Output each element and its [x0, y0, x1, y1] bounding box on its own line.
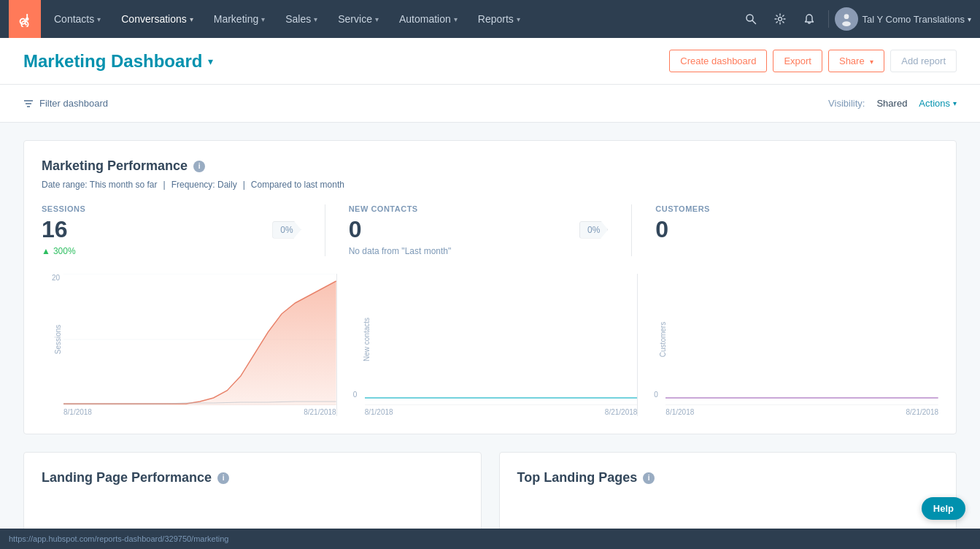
- marketing-performance-card: Marketing Performance i Date range: This…: [23, 140, 957, 434]
- page-title-group: Marketing Dashboard ▾: [23, 51, 213, 72]
- date-range-bar: Date range: This month so far | Frequenc…: [42, 180, 938, 190]
- customers-svg: [665, 274, 938, 405]
- top-landing-info-icon[interactable]: i: [643, 472, 655, 484]
- actions-button[interactable]: Actions ▾: [919, 98, 957, 109]
- sessions-up-arrow-icon: ▲: [42, 246, 50, 256]
- sessions-metric: SESSIONS 16 0% ▲ 300%: [42, 204, 325, 256]
- filter-bar: Filter dashboard Visibility: Shared Acti…: [0, 85, 980, 123]
- sessions-chart: Sessions 20: [42, 274, 336, 416]
- header-actions: Create dashboard Export Share ▾ Add repo…: [669, 50, 957, 72]
- user-avatar: [835, 7, 858, 31]
- page-header: Marketing Dashboard ▾ Create dashboard E…: [0, 38, 980, 85]
- customers-metric: CUSTOMERS 0: [631, 204, 938, 256]
- filter-icon: [23, 99, 34, 109]
- svg-line-2: [752, 20, 756, 24]
- metrics-row: SESSIONS 16 0% ▲ 300% NEW CONTACTS 0 0% …: [42, 204, 938, 256]
- page-title: Marketing Dashboard: [23, 51, 202, 72]
- bottom-row: Landing Page Performance i Top Landing P…: [23, 452, 957, 540]
- notifications-button[interactable]: [796, 6, 822, 32]
- conversations-chevron-icon: ▾: [190, 15, 193, 23]
- sessions-y-axis: 20: [52, 274, 60, 402]
- filter-dashboard-button[interactable]: Filter dashboard: [23, 98, 108, 109]
- nav-divider: [828, 10, 829, 28]
- search-button[interactable]: [738, 6, 764, 32]
- sessions-x-axis: 8/1/2018 8/21/2018: [63, 408, 336, 416]
- create-dashboard-button[interactable]: Create dashboard: [669, 50, 767, 72]
- customers-x-axis: 8/1/2018 8/21/2018: [665, 408, 938, 416]
- landing-page-performance-card: Landing Page Performance i: [23, 452, 482, 540]
- nav-contacts[interactable]: Contacts ▾: [44, 0, 111, 38]
- topnav-icon-group: [738, 6, 822, 32]
- customers-chart: Customers 0 8/1/2018 8/21/2018: [637, 274, 938, 416]
- share-button[interactable]: Share ▾: [828, 50, 884, 72]
- share-chevron-icon: ▾: [870, 58, 873, 66]
- hubspot-logo[interactable]: [9, 0, 41, 38]
- new-contacts-chart: New contacts 0 8/1/2018 8/21/2018: [336, 274, 638, 416]
- charts-row: Sessions 20: [42, 274, 938, 416]
- nav-reports[interactable]: Reports ▾: [468, 0, 530, 38]
- svg-point-5: [842, 21, 851, 26]
- svg-point-4: [844, 14, 849, 19]
- nav-automation[interactable]: Automation ▾: [389, 0, 468, 38]
- card-title-marketing-performance: Marketing Performance i: [42, 158, 938, 174]
- reports-chevron-icon: ▾: [517, 15, 520, 23]
- sessions-svg: [63, 274, 336, 405]
- new-contacts-y-zero: 0: [353, 391, 358, 399]
- nav-marketing[interactable]: Marketing ▾: [204, 0, 275, 38]
- automation-chevron-icon: ▾: [454, 15, 458, 23]
- sales-chevron-icon: ▾: [314, 15, 317, 23]
- service-chevron-icon: ▾: [375, 15, 379, 23]
- dashboard-dropdown-icon[interactable]: ▾: [208, 55, 213, 67]
- export-button[interactable]: Export: [773, 50, 822, 72]
- user-chevron-icon: ▾: [968, 15, 971, 23]
- nav-service[interactable]: Service ▾: [328, 0, 389, 38]
- new-contacts-svg: [365, 274, 638, 405]
- nav-sales[interactable]: Sales ▾: [275, 0, 328, 38]
- top-navigation: Contacts ▾ Conversations ▾ Marketing ▾ S…: [0, 0, 980, 38]
- svg-point-3: [778, 18, 782, 21]
- new-contacts-x-axis: 8/1/2018 8/21/2018: [365, 408, 638, 416]
- settings-button[interactable]: [767, 6, 793, 32]
- top-landing-pages-card: Top Landing Pages i: [499, 452, 957, 540]
- actions-chevron-icon: ▾: [953, 99, 957, 107]
- status-url: https://app.hubspot.com/reports-dashboar…: [9, 534, 228, 543]
- sessions-change: ▲ 300%: [42, 246, 301, 256]
- marketing-chevron-icon: ▾: [261, 15, 265, 23]
- contacts-chevron-icon: ▾: [97, 15, 101, 23]
- svg-point-0: [26, 14, 28, 15]
- customers-y-zero: 0: [654, 391, 658, 399]
- landing-page-info-icon[interactable]: i: [217, 472, 229, 484]
- add-report-button: Add report: [890, 50, 957, 72]
- filter-right-group: Visibility: Shared Actions ▾: [828, 98, 957, 109]
- nav-conversations[interactable]: Conversations ▾: [111, 0, 204, 38]
- marketing-performance-info-icon[interactable]: i: [193, 161, 205, 172]
- help-button[interactable]: Help: [922, 497, 965, 520]
- main-content: Marketing Performance i Date range: This…: [0, 123, 980, 549]
- new-contacts-metric: NEW CONTACTS 0 0% No data from "Last mon…: [325, 204, 632, 256]
- user-menu[interactable]: Tal Y Como Translations ▾: [863, 14, 971, 25]
- status-bar: https://app.hubspot.com/reports-dashboar…: [0, 529, 980, 549]
